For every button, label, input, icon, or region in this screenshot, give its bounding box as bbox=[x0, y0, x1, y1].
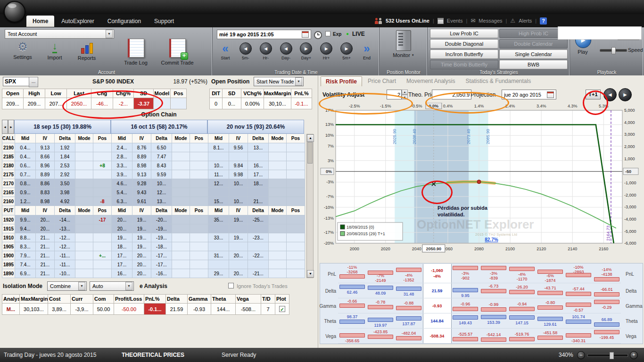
reports-button[interactable]: Reports bbox=[72, 41, 102, 68]
chain-cell[interactable] bbox=[190, 188, 208, 197]
chain-cell[interactable]: -17... bbox=[151, 260, 172, 269]
chain-cell[interactable]: 18... bbox=[112, 242, 132, 251]
chain-cell[interactable] bbox=[93, 260, 112, 269]
chain-cell[interactable]: -8 bbox=[93, 197, 112, 206]
chain-cell[interactable] bbox=[229, 260, 248, 269]
chain-cell[interactable] bbox=[208, 188, 229, 197]
chain-cell[interactable]: 1.92 bbox=[55, 143, 75, 152]
chain-cell[interactable] bbox=[190, 242, 208, 251]
chain-cell[interactable]: 10... bbox=[229, 179, 248, 188]
chain-cell[interactable]: 20... bbox=[132, 269, 151, 278]
chain-cell[interactable] bbox=[287, 260, 305, 269]
call-row-2175[interactable]: 21750.7...8.892.923.9...9.139.5911...9.9… bbox=[2, 170, 305, 179]
chain-cell[interactable]: 31... bbox=[208, 251, 229, 260]
chain-cell[interactable]: 9.13 bbox=[36, 143, 55, 152]
commit-trade-button[interactable]: Commit Trade bbox=[157, 39, 197, 66]
chain-cell[interactable] bbox=[208, 152, 229, 161]
chain-cell[interactable]: 7.9... bbox=[15, 251, 36, 260]
chain-scrollbar[interactable]: ▲ ▼ bbox=[306, 134, 314, 278]
chain-cell[interactable] bbox=[287, 188, 305, 197]
settings-button[interactable]: ⚙Settings bbox=[8, 41, 38, 68]
chain-cell[interactable] bbox=[172, 161, 190, 170]
chain-cell[interactable]: 8.83 bbox=[36, 188, 55, 197]
chain-cell[interactable]: 17... bbox=[112, 260, 132, 269]
alerts-button[interactable]: Alerts bbox=[519, 18, 532, 24]
time-nav-5m-[interactable]: ◄5m- bbox=[236, 42, 255, 60]
time-nav-Day+[interactable]: ►Day+ bbox=[297, 42, 315, 60]
account-select[interactable]: Test Account▼ bbox=[5, 29, 114, 39]
chain-cell[interactable]: 9.61 bbox=[132, 197, 151, 206]
chain-cell[interactable]: 35... bbox=[208, 215, 229, 224]
chain-cell[interactable] bbox=[269, 143, 287, 152]
chain-cell[interactable] bbox=[190, 152, 208, 161]
chain-cell[interactable]: 7.4... bbox=[15, 260, 36, 269]
zoom-out-button[interactable]: – bbox=[577, 351, 585, 359]
chain-cell[interactable] bbox=[190, 260, 208, 269]
expiry-header[interactable]: 20 nov 15 (93) 20.64% bbox=[207, 120, 304, 134]
chain-cell[interactable] bbox=[269, 179, 287, 188]
time-nav-Hr-[interactable]: ◄Hr- bbox=[256, 42, 275, 60]
chain-cell[interactable] bbox=[75, 215, 93, 224]
chain-cell[interactable]: 10... bbox=[208, 161, 229, 170]
volatility-adjust-stepper[interactable]: ▲▼ bbox=[387, 90, 408, 99]
menu-tab-home[interactable]: Home bbox=[26, 16, 54, 27]
chain-cell[interactable]: 11... bbox=[208, 170, 229, 179]
chain-cell[interactable] bbox=[248, 242, 269, 251]
scroll-down-icon[interactable]: ▼ bbox=[307, 270, 314, 278]
chain-cell[interactable]: -13... bbox=[55, 224, 75, 233]
chain-next-button[interactable]: ▸ bbox=[8, 120, 14, 134]
chain-cell[interactable] bbox=[248, 260, 269, 269]
chain-cell[interactable]: 8.3... bbox=[15, 242, 36, 251]
risk-tab[interactable]: Statistics & Fundamentals bbox=[461, 76, 536, 86]
chain-cell[interactable] bbox=[269, 242, 287, 251]
chain-cell[interactable]: 1.84 bbox=[55, 152, 75, 161]
chain-cell[interactable]: 16... bbox=[112, 269, 132, 278]
chain-cell[interactable] bbox=[190, 170, 208, 179]
t-plus-1-button[interactable]: T+1 bbox=[586, 90, 601, 99]
chain-cell[interactable] bbox=[172, 170, 190, 179]
chain-cell[interactable]: -11... bbox=[55, 251, 75, 260]
projection-price-input[interactable] bbox=[432, 90, 471, 99]
chain-cell[interactable]: 8.98 bbox=[36, 197, 55, 206]
chain-cell[interactable] bbox=[269, 161, 287, 170]
chain-cell[interactable] bbox=[287, 242, 305, 251]
chain-cell[interactable] bbox=[190, 143, 208, 152]
chain-cell[interactable]: 16... bbox=[248, 161, 269, 170]
chain-cell[interactable] bbox=[75, 224, 93, 233]
chain-cell[interactable]: 8.89 bbox=[36, 170, 55, 179]
chain-cell[interactable] bbox=[208, 260, 229, 269]
chain-cell[interactable] bbox=[190, 161, 208, 170]
chain-cell[interactable]: 9.9... bbox=[15, 215, 36, 224]
chain-cell[interactable] bbox=[75, 197, 93, 206]
chain-cell[interactable] bbox=[172, 215, 190, 224]
app-orb-icon[interactable] bbox=[4, 1, 25, 23]
chain-cell[interactable]: 20... bbox=[132, 260, 151, 269]
chain-cell[interactable] bbox=[172, 242, 190, 251]
chain-cell[interactable] bbox=[287, 224, 305, 233]
zoom-slider[interactable] bbox=[587, 354, 628, 357]
strategy-button[interactable]: Inc/Iron Butterfly bbox=[430, 49, 498, 59]
chain-cell[interactable]: -11... bbox=[55, 260, 75, 269]
put-row-1900[interactable]: 19007.9...21...-11...+...17...20...-17..… bbox=[2, 251, 305, 260]
chain-cell[interactable]: 2.8... bbox=[112, 152, 132, 161]
call-row-2170[interactable]: 21700.8...8.863.504.6...9.2810...12...10… bbox=[2, 179, 305, 188]
zoom-slider-thumb[interactable] bbox=[610, 352, 614, 359]
chain-cell[interactable]: 20... bbox=[132, 251, 151, 260]
time-nav-Day-[interactable]: ◄Day- bbox=[277, 42, 296, 60]
chain-cell[interactable]: 20... bbox=[229, 269, 248, 278]
projection-date-field[interactable]: jue 20 ago 2015 bbox=[502, 90, 556, 99]
chain-cell[interactable]: 8.1... bbox=[208, 143, 229, 152]
chain-cell[interactable]: 20... bbox=[36, 215, 55, 224]
chain-cell[interactable]: -23... bbox=[248, 233, 269, 242]
chain-cell[interactable]: 12... bbox=[151, 188, 172, 197]
import-button[interactable]: ↓Import bbox=[40, 41, 70, 68]
chain-cell[interactable]: 9.98 bbox=[229, 170, 248, 179]
chain-cell[interactable] bbox=[269, 260, 287, 269]
time-nav-5m+[interactable]: ►5m+ bbox=[337, 42, 356, 60]
chain-cell[interactable]: 3.98 bbox=[55, 188, 75, 197]
chain-cell[interactable] bbox=[190, 197, 208, 206]
call-row-2185[interactable]: 21850.4...8.661.842.8...8.897.47 bbox=[2, 152, 305, 161]
chain-cell[interactable] bbox=[269, 170, 287, 179]
datetime-field[interactable]: mié 19 ago 2015 21:05 bbox=[217, 30, 311, 39]
chain-cell[interactable]: 10... bbox=[151, 179, 172, 188]
